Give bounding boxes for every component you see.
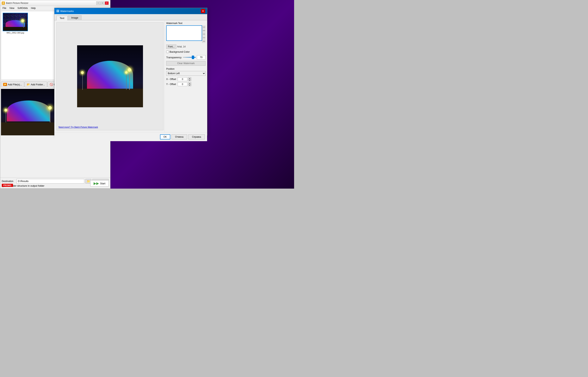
file-item[interactable]: IMG_2952-300.jpg xyxy=(3,13,28,34)
transparency-slider-thumb[interactable] xyxy=(192,56,194,59)
app-title: Batch Picture Resizer xyxy=(6,2,28,4)
cancel-button-dialog[interactable]: Отмена xyxy=(171,134,187,139)
text-align-strip xyxy=(202,25,205,43)
dialog-footer: OK Отмена Справка xyxy=(54,132,207,141)
add-folder-button[interactable]: 📂 Add Folder... xyxy=(24,82,47,87)
y-offset-label: Y - Offset xyxy=(166,83,177,86)
help-button[interactable]: Справка xyxy=(188,134,205,139)
position-select[interactable]: Bottom Left Bottom Right Top Left Top Ri… xyxy=(166,71,205,76)
start-button[interactable]: ▶▶ Start xyxy=(90,180,109,187)
transparency-row: Transparency xyxy=(166,55,205,59)
window-controls: ─ □ ✕ xyxy=(96,1,109,5)
watermark-text-input[interactable] xyxy=(166,25,202,41)
app-icon: 🖼 xyxy=(2,1,5,5)
minimize-button[interactable]: ─ xyxy=(96,1,100,5)
x-offset-row: X - Offset ▲ ▼ xyxy=(166,77,205,81)
maximize-button[interactable]: □ xyxy=(101,1,104,5)
ok-button[interactable]: OK xyxy=(160,134,170,139)
x-offset-input[interactable] xyxy=(178,77,187,81)
destination-input[interactable] xyxy=(16,179,84,184)
font-value: Arial, 14 xyxy=(177,45,186,48)
thumbnail xyxy=(3,13,28,31)
close-button[interactable]: ✕ xyxy=(105,1,109,5)
watermark-text-label: Watermark Text xyxy=(166,22,205,24)
title-bar: 🖼 Batch Picture Resizer ─ □ ✕ xyxy=(0,0,110,6)
dialog-tabs: Text Image xyxy=(54,14,207,20)
tab-text[interactable]: Text xyxy=(56,16,68,20)
promo-badge: PROMO xyxy=(2,184,13,187)
dialog-title-bar: 🖼 Watermarks ✕ xyxy=(54,8,207,14)
add-files-button[interactable]: 📁 Add File(s)... xyxy=(1,82,24,87)
destination-bar: Destination 📁 ⚙ Options Use folder struc… xyxy=(0,177,110,188)
menu-file[interactable]: File xyxy=(1,6,8,10)
tab-image[interactable]: Image xyxy=(68,15,82,20)
preview-image xyxy=(77,45,143,107)
menu-help[interactable]: Help xyxy=(29,6,37,10)
big-thumbnail xyxy=(1,89,59,135)
file-name: IMG_2952-300.jpg xyxy=(3,32,28,34)
y-offset-spinner: ▲ ▼ xyxy=(188,82,191,86)
preview-area: Need more? Try Batch Picture Watermark xyxy=(56,22,164,130)
dialog-body: Need more? Try Batch Picture Watermark W… xyxy=(54,20,207,132)
dialog-title: Watermarks xyxy=(60,10,74,12)
font-row: Font... Arial, 14 xyxy=(166,45,205,49)
transparency-label: Transparency xyxy=(166,56,181,59)
menu-view[interactable]: View xyxy=(8,6,16,10)
x-offset-label: X - Offset xyxy=(166,78,177,81)
transparency-slider-track xyxy=(183,57,196,58)
position-section: Position Bottom Left Bottom Right Top Le… xyxy=(166,68,205,86)
start-icon: ▶▶ xyxy=(94,181,99,186)
x-offset-spinner: ▲ ▼ xyxy=(188,77,191,81)
position-label: Position xyxy=(166,68,205,70)
background-color-label: Background Color xyxy=(169,50,190,53)
right-panel: Watermark Text Font... Arial, 14 Backgro… xyxy=(165,20,207,132)
y-offset-row: Y - Offset ▲ ▼ xyxy=(166,82,205,86)
watermark-link[interactable]: Need more? Try Batch Picture Watermark xyxy=(59,126,98,128)
y-offset-input[interactable] xyxy=(178,82,187,86)
y-offset-up[interactable]: ▲ xyxy=(188,82,191,84)
watermarks-dialog: 🖼 Watermarks ✕ Text Image xyxy=(54,8,207,136)
y-offset-down[interactable]: ▼ xyxy=(188,84,191,86)
x-offset-up[interactable]: ▲ xyxy=(188,77,191,79)
x-offset-down[interactable]: ▼ xyxy=(188,79,191,81)
background-color-row: Background Color xyxy=(166,50,205,53)
destination-label: Destination xyxy=(2,180,15,183)
dialog-close-button[interactable]: ✕ xyxy=(201,9,205,13)
clear-watermark-button[interactable]: Clear Watermark xyxy=(166,61,205,66)
transparency-value-input[interactable] xyxy=(197,55,205,59)
font-button[interactable]: Font... xyxy=(166,45,176,49)
background-color-checkbox[interactable] xyxy=(166,50,169,53)
menu-softorbits[interactable]: SoftOrbits xyxy=(16,6,29,10)
